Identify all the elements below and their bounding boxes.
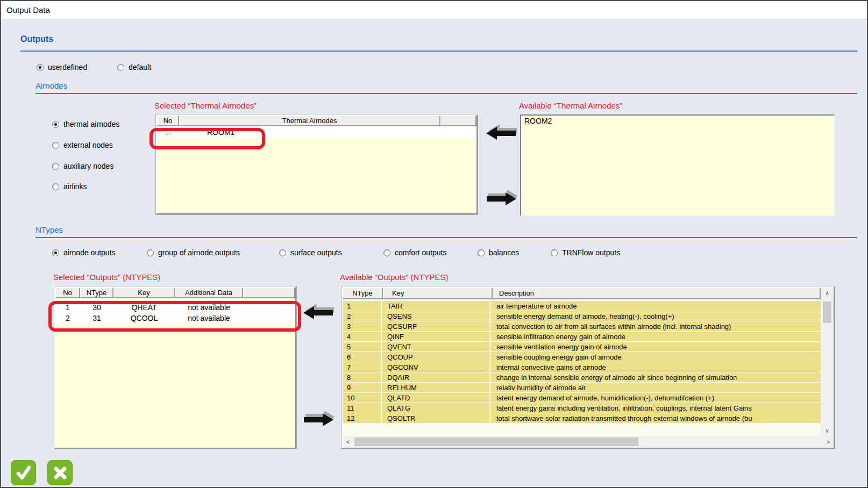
cell-no: ... — [157, 128, 179, 136]
table-row[interactable]: 1 30 QHEAT not available — [55, 302, 295, 313]
table-row[interactable]: 1TAIRair temperature of airnode — [343, 301, 821, 311]
arrow-left-icon — [486, 125, 517, 143]
table-header: No Thermal Airnodes — [157, 116, 476, 126]
radio-airlinks[interactable]: airlinks — [52, 181, 87, 192]
table-row[interactable]: 12QSOLTRtotal shortwave solar radiation … — [343, 413, 821, 424]
table-row[interactable]: 3QCSURFtotal convection to air from all … — [343, 321, 821, 332]
radio-unselected-icon — [52, 183, 59, 190]
radio-airlinks-label: airlinks — [63, 182, 87, 191]
col-no: No — [55, 288, 80, 298]
airnodes-section-title: Airnodes — [35, 81, 67, 90]
selected-outputs-table[interactable]: No NType Key Additional Data 1 30 QHEAT … — [54, 286, 296, 449]
col-ntype: NType — [343, 288, 383, 299]
ntypes-divider — [35, 237, 857, 238]
radio-auxiliary-nodes[interactable]: auxiliary nodes — [52, 161, 113, 171]
vertical-scroll-thumb[interactable] — [823, 302, 831, 323]
table-row[interactable]: 2QSENSsensible energy demand of airnode,… — [343, 311, 821, 321]
table-row[interactable]: 11QLATGlatent energy gains including ven… — [343, 403, 821, 413]
radio-selected-icon — [52, 249, 59, 256]
col-key: Key — [113, 288, 175, 298]
table-header: NType Key Description — [343, 288, 821, 299]
radio-surface-outputs[interactable]: surface outputs — [279, 247, 342, 258]
outputs-divider — [20, 51, 857, 52]
table-row[interactable]: 9RELHUMrelativ humidity of airnode air — [343, 383, 821, 393]
available-thermal-airnodes-label: Available “Thermal Airnodes” — [519, 101, 622, 110]
table-row[interactable]: 10QLATDlatent energy demand of airnode, … — [343, 393, 821, 403]
radio-airnode-outputs-label: airnode outputs — [63, 248, 116, 257]
radio-comfort-outputs-label: comfort outputs — [395, 248, 447, 257]
radio-surface-outputs-label: surface outputs — [290, 248, 342, 257]
radio-thermal-airnodes[interactable]: thermal airnodes — [52, 119, 119, 130]
scroll-up-icon[interactable]: ∧ — [821, 289, 834, 297]
move-output-left-button[interactable] — [303, 304, 334, 322]
radio-comfort-outputs[interactable]: comfort outputs — [383, 247, 447, 258]
col-thermal-airnodes: Thermal Airnodes — [179, 116, 440, 126]
move-output-right-button[interactable] — [303, 411, 334, 429]
radio-trnflow-outputs-label: TRNFlow outputs — [562, 248, 620, 257]
table-row[interactable]: 7QGCONVinternal convective gains of airn… — [343, 362, 821, 372]
cell-name: ROOM1 — [179, 128, 440, 137]
cell-key: QCOOL — [113, 314, 175, 322]
table-row[interactable]: 6QCOUPsensible coupling energy gain of a… — [343, 352, 821, 362]
available-outputs-table[interactable]: NType Key Description 1TAIRair temperatu… — [341, 286, 835, 449]
radio-unselected-icon — [279, 249, 286, 256]
list-item[interactable]: ROOM2 — [521, 116, 834, 126]
col-description: Description — [493, 288, 821, 299]
radio-unselected-icon — [478, 249, 485, 256]
radio-selected-icon — [52, 121, 59, 128]
col-additional-data: Additional Data — [175, 288, 243, 298]
available-thermal-airnodes-list[interactable]: ROOM2 — [520, 114, 835, 216]
selected-thermal-airnodes-table[interactable]: No Thermal Airnodes ... ROOM1 — [156, 114, 478, 214]
selected-thermal-airnodes-label: Selected “Thermal Airnodes” — [154, 101, 257, 110]
col-blank — [440, 116, 476, 126]
move-airnode-right-button[interactable] — [486, 190, 517, 209]
titlebar: Output Data — [1, 1, 867, 19]
outputs-section-title: Outputs — [20, 34, 53, 44]
output-data-dialog: Output Data Outputs userdefined default … — [0, 0, 868, 488]
arrow-right-icon — [303, 411, 334, 429]
vertical-scrollbar[interactable]: ∧ ∨ — [821, 288, 834, 436]
radio-group-of-airnode-outputs[interactable]: group of airnode outputs — [147, 247, 240, 258]
scroll-down-icon[interactable]: ∨ — [821, 426, 834, 435]
selected-outputs-label: Selected “Outputs” (NTYPES) — [53, 272, 160, 282]
scroll-left-icon[interactable]: < — [344, 436, 352, 448]
radio-unselected-icon — [551, 249, 558, 256]
radio-default[interactable]: default — [117, 62, 151, 73]
cancel-button[interactable] — [47, 460, 73, 485]
radio-userdefined-label: userdefined — [48, 63, 87, 71]
radio-userdefined[interactable]: userdefined — [37, 62, 87, 73]
radio-unselected-icon — [147, 249, 154, 256]
check-icon — [15, 464, 32, 482]
radio-trnflow-outputs[interactable]: TRNFlow outputs — [551, 247, 620, 258]
radio-group-of-airnode-outputs-label: group of airnode outputs — [158, 248, 240, 257]
move-airnode-left-button[interactable] — [486, 125, 517, 143]
cell-no: 2 — [55, 314, 80, 322]
table-header: No NType Key Additional Data — [55, 288, 295, 298]
table-row[interactable]: 2 31 QCOOL not available — [55, 313, 295, 324]
cell-ntype: 30 — [80, 303, 113, 312]
cell-no: 1 — [55, 303, 80, 312]
radio-airnode-outputs[interactable]: airnode outputs — [52, 247, 116, 258]
radio-balances-label: balances — [489, 248, 519, 257]
horizontal-scroll-thumb[interactable] — [354, 437, 638, 446]
col-no: No — [157, 116, 179, 126]
col-ntype: NType — [80, 288, 113, 298]
ok-button[interactable] — [11, 460, 36, 485]
table-row[interactable]: ... ROOM1 — [157, 126, 476, 138]
table-row[interactable]: 5QVENTsensible ventilation energy gain o… — [343, 342, 821, 352]
arrow-left-icon — [303, 304, 334, 322]
table-row[interactable]: 4QINFsensible infiltration energy gain o… — [343, 332, 821, 342]
radio-default-label: default — [129, 63, 151, 71]
radio-unselected-icon — [117, 64, 124, 71]
airnodes-divider — [35, 93, 857, 94]
scroll-right-icon[interactable]: > — [824, 436, 833, 448]
radio-auxiliary-nodes-label: auxiliary nodes — [63, 162, 113, 170]
table-row[interactable]: 8DQAIRchange in internal sensible energy… — [343, 372, 821, 383]
cross-icon — [52, 465, 68, 481]
radio-unselected-icon — [52, 142, 59, 149]
radio-external-nodes[interactable]: external nodes — [52, 140, 113, 150]
radio-external-nodes-label: external nodes — [63, 141, 113, 149]
ntypes-section-title: NTypes — [35, 225, 63, 234]
radio-balances[interactable]: balances — [478, 247, 519, 258]
horizontal-scrollbar[interactable]: < > — [343, 436, 834, 448]
